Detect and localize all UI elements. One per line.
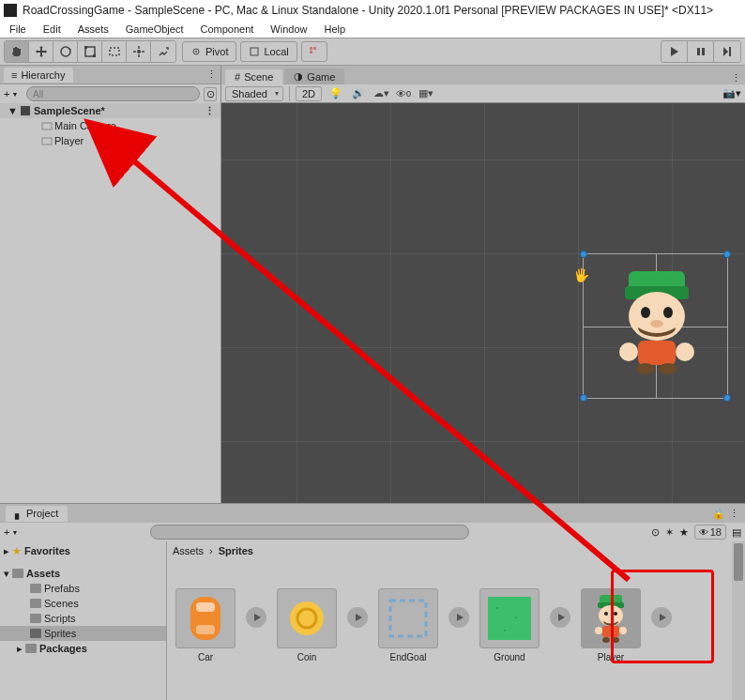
menu-component[interactable]: Component xyxy=(192,22,261,37)
project-create-button[interactable]: +▼ xyxy=(4,526,23,538)
favorite-icon[interactable]: ★ xyxy=(679,526,689,539)
hierarchy-filter-icon[interactable]: ⊙ xyxy=(204,87,217,101)
step-button[interactable] xyxy=(714,41,740,62)
scene-panel-menu-icon[interactable]: ⋮ xyxy=(731,72,741,84)
slider-icon[interactable]: ▤ xyxy=(732,526,741,539)
menu-window[interactable]: Window xyxy=(263,22,314,37)
menubar: File Edit Assets GameObject Component Wi… xyxy=(0,21,745,38)
create-button[interactable]: +▼ xyxy=(4,88,23,99)
project-tab-label: Project xyxy=(26,508,58,519)
svg-rect-2 xyxy=(84,46,87,49)
scale-tool[interactable] xyxy=(78,41,102,62)
breadcrumb[interactable]: Assets › Sprites xyxy=(167,541,745,560)
snap-toggle[interactable] xyxy=(301,41,327,62)
svg-point-42 xyxy=(604,612,608,616)
filter-label-icon[interactable]: ✶ xyxy=(665,526,674,539)
hierarchy-item-player[interactable]: Player xyxy=(0,133,220,148)
asset-item-car[interactable]: Car xyxy=(173,588,238,662)
scene-tab[interactable]: # Scene xyxy=(225,69,282,84)
hand-tool[interactable] xyxy=(5,41,29,62)
tree-favorites[interactable]: ▸★Favorites xyxy=(0,543,166,558)
selection-rect[interactable] xyxy=(583,253,728,399)
scene-viewport[interactable]: 🖐 xyxy=(221,103,745,503)
play-button[interactable] xyxy=(661,41,688,62)
hierarchy-item-label: Main Camera xyxy=(54,120,116,131)
tree-folder-selected[interactable]: Sprites xyxy=(0,626,166,641)
menu-file[interactable]: File xyxy=(2,22,34,37)
rect-tool[interactable] xyxy=(102,41,127,62)
game-tab[interactable]: ◑ Game xyxy=(284,68,344,84)
svg-point-27 xyxy=(636,363,655,374)
grid-icon[interactable]: ▦▾ xyxy=(418,86,434,101)
menu-gameobject[interactable]: GameObject xyxy=(118,22,191,37)
audio-icon[interactable]: 🔊 xyxy=(350,86,367,101)
svg-point-5 xyxy=(137,50,141,53)
toolbar: Pivot Local xyxy=(0,38,745,66)
tree-folder[interactable]: Scenes xyxy=(0,596,166,611)
svg-rect-11 xyxy=(310,51,312,53)
pivot-icon xyxy=(190,46,202,57)
pause-button[interactable] xyxy=(688,41,714,62)
custom-tool[interactable] xyxy=(151,41,175,62)
tree-packages[interactable]: ▸Packages xyxy=(0,641,166,656)
menu-assets[interactable]: Assets xyxy=(70,22,116,37)
asset-item-coin[interactable]: Coin xyxy=(274,588,340,662)
hierarchy-tab[interactable]: ≡ Hierarchy xyxy=(4,68,73,83)
project-tab[interactable]: ▖ Project xyxy=(6,506,68,522)
window-title: RoadCrossingGame - SampleScene - PC, Mac… xyxy=(23,4,713,17)
tree-assets[interactable]: ▾Assets xyxy=(0,566,166,581)
2d-toggle[interactable]: 2D xyxy=(296,86,322,101)
scene-icon: # xyxy=(235,71,240,83)
svg-point-32 xyxy=(290,601,324,635)
shading-dropdown[interactable]: Shaded xyxy=(225,86,283,101)
scene-panel: # Scene ◑ Game ⋮ Shaded 2D 💡 🔊 ☁▾ 👁0 ▦▾ … xyxy=(221,66,745,503)
asset-item-ground[interactable]: Ground xyxy=(477,588,542,662)
visibility-icon[interactable]: 👁0 xyxy=(395,86,412,101)
pivot-label: Pivot xyxy=(205,46,228,57)
panel-menu-icon[interactable]: ⋮ xyxy=(206,68,217,81)
svg-point-45 xyxy=(595,627,602,634)
hierarchy-item-camera[interactable]: Main Camera xyxy=(0,118,220,133)
scene-menu-icon[interactable]: ⋮ xyxy=(205,105,215,117)
scene-camera-icon[interactable]: 📷▾ xyxy=(722,87,741,99)
hidden-count[interactable]: 👁18 xyxy=(694,525,726,540)
filter-type-icon[interactable]: ⊙ xyxy=(651,526,660,539)
tree-folder[interactable]: Scripts xyxy=(0,611,166,626)
fx-icon[interactable]: ☁▾ xyxy=(372,86,389,101)
svg-point-7 xyxy=(195,51,197,53)
hierarchy-tab-label: Hierarchy xyxy=(21,69,65,81)
move-tool[interactable] xyxy=(29,41,53,62)
hierarchy-scene-row[interactable]: ▼ SampleScene* ⋮ xyxy=(0,103,220,118)
asset-item-endgoal[interactable]: EndGoal xyxy=(375,588,441,662)
asset-play-icon[interactable] xyxy=(550,607,570,628)
svg-rect-30 xyxy=(196,602,215,612)
asset-play-icon[interactable] xyxy=(449,607,469,628)
svg-point-26 xyxy=(676,342,694,361)
svg-rect-31 xyxy=(196,625,215,634)
play-controls xyxy=(661,40,741,63)
hierarchy-tree[interactable]: ▼ SampleScene* ⋮ Main Camera Player xyxy=(0,103,220,503)
project-tree[interactable]: ▸★Favorites ▾Assets Prefabs Scenes Scrip… xyxy=(0,541,167,700)
pivot-toggle[interactable]: Pivot xyxy=(182,41,236,62)
menu-edit[interactable]: Edit xyxy=(36,22,68,37)
hierarchy-item-label: Player xyxy=(54,135,84,146)
svg-point-28 xyxy=(659,363,677,374)
scrollbar[interactable] xyxy=(732,541,745,700)
rotate-tool[interactable] xyxy=(53,41,78,62)
lighting-icon[interactable]: 💡 xyxy=(327,86,344,101)
lock-icon[interactable]: 🔒 xyxy=(712,508,725,520)
asset-play-icon[interactable] xyxy=(347,607,368,628)
svg-rect-34 xyxy=(390,601,426,636)
svg-point-23 xyxy=(650,320,663,327)
scene-name: SampleScene* xyxy=(34,105,105,116)
asset-play-icon[interactable] xyxy=(246,607,266,628)
menu-help[interactable]: Help xyxy=(316,22,353,37)
panel-menu-icon[interactable]: ⋮ xyxy=(729,508,739,520)
hierarchy-search[interactable] xyxy=(26,86,200,101)
expand-icon[interactable]: ▼ xyxy=(8,105,17,116)
local-toggle[interactable]: Local xyxy=(240,41,296,62)
project-search[interactable] xyxy=(150,525,469,540)
unity-scene-icon xyxy=(19,104,32,117)
tree-folder[interactable]: Prefabs xyxy=(0,581,166,596)
transform-tool[interactable] xyxy=(127,41,151,62)
